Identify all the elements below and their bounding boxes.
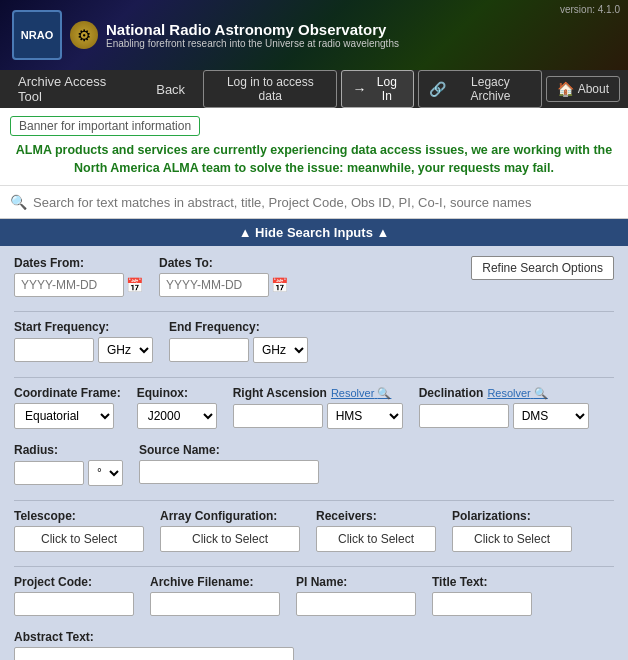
polarizations-select-button[interactable]: Click to Select <box>452 526 572 552</box>
receivers-select-button[interactable]: Click to Select <box>316 526 436 552</box>
home-icon: 🏠 <box>557 81 574 97</box>
end-freq-unit-select[interactable]: GHzMHzTHz <box>253 337 308 363</box>
ra-input[interactable] <box>233 404 323 428</box>
abstract-text-label: Abstract Text: <box>14 630 294 644</box>
search-icon-dec: 🔍 <box>534 387 548 399</box>
search-input[interactable] <box>33 195 618 210</box>
source-name-label: Source Name: <box>139 443 319 457</box>
dates-to-input[interactable] <box>159 273 269 297</box>
frequency-row: Start Frequency: GHzMHzTHz End Frequency… <box>14 320 614 363</box>
dec-label-row: Declination Resolver 🔍 <box>419 386 589 400</box>
project-code-input[interactable] <box>14 592 134 616</box>
coord-frame-select[interactable]: Equatorial Galactic Ecliptic <box>14 403 114 429</box>
calendar-icon-from[interactable]: 📅 <box>126 277 143 293</box>
end-freq-input-wrapper: GHzMHzTHz <box>169 337 308 363</box>
login-button[interactable]: → Log In <box>341 70 414 108</box>
source-name-input[interactable] <box>139 460 319 484</box>
navbar: Archive Access Tool Back Log in to acces… <box>0 70 628 108</box>
radius-unit-select[interactable]: °'" <box>88 460 123 486</box>
receivers-group: Receivers: Click to Select <box>316 509 436 552</box>
version-badge: version: 4.1.0 <box>560 4 620 15</box>
observatory-name: National Radio Astronomy Observatory <box>106 21 399 38</box>
pi-name-input[interactable] <box>296 592 416 616</box>
archive-filename-input[interactable] <box>150 592 280 616</box>
login-to-data-button[interactable]: Log in to access data <box>203 70 337 108</box>
coord-frame-label: Coordinate Frame: <box>14 386 121 400</box>
dates-from-input-wrapper: 📅 <box>14 273 143 297</box>
banner-message: ALMA products and services are currently… <box>10 142 618 177</box>
dates-from-input[interactable] <box>14 273 124 297</box>
end-freq-label: End Frequency: <box>169 320 308 334</box>
ra-unit-select[interactable]: HMSDegrees <box>327 403 403 429</box>
array-config-label: Array Configuration: <box>160 509 300 523</box>
equinox-select[interactable]: J2000 B1950 <box>137 403 217 429</box>
legacy-archive-button[interactable]: 🔗 Legacy Archive <box>418 70 541 108</box>
archive-filename-group: Archive Filename: <box>150 575 280 616</box>
dec-group: Declination Resolver 🔍 DMSDegrees <box>419 386 589 429</box>
radius-label: Radius: <box>14 443 123 457</box>
dec-unit-select[interactable]: DMSDegrees <box>513 403 589 429</box>
start-freq-unit-select[interactable]: GHzMHzTHz <box>98 337 153 363</box>
dec-label: Declination <box>419 386 484 400</box>
title-text-input[interactable] <box>432 592 532 616</box>
telescope-select-button[interactable]: Click to Select <box>14 526 144 552</box>
login-icon: → <box>352 81 366 97</box>
ra-resolver-link[interactable]: Resolver 🔍 <box>331 387 391 400</box>
ra-group: Right Ascension Resolver 🔍 HMSDegrees <box>233 386 403 429</box>
about-button[interactable]: 🏠 About <box>546 76 620 102</box>
coord-frame-group: Coordinate Frame: Equatorial Galactic Ec… <box>14 386 121 429</box>
pi-name-label: PI Name: <box>296 575 416 589</box>
pi-name-group: PI Name: <box>296 575 416 616</box>
header-text: National Radio Astronomy Observatory Ena… <box>106 21 399 49</box>
abstract-text-input[interactable] <box>14 647 294 660</box>
logo-area: NRAO ⚙ National Radio Astronomy Observat… <box>12 10 399 60</box>
link-icon: 🔗 <box>429 81 446 97</box>
hide-search-toggle[interactable]: ▲ Hide Search Inputs ▲ <box>0 219 628 246</box>
telescope-row: Telescope: Click to Select Array Configu… <box>14 509 614 552</box>
project-code-group: Project Code: <box>14 575 134 616</box>
array-config-group: Array Configuration: Click to Select <box>160 509 300 552</box>
calendar-icon-to[interactable]: 📅 <box>271 277 288 293</box>
start-freq-input[interactable] <box>14 338 94 362</box>
dec-resolver-link[interactable]: Resolver 🔍 <box>487 387 547 400</box>
end-freq-input[interactable] <box>169 338 249 362</box>
back-link[interactable]: Back <box>146 74 195 105</box>
start-freq-input-wrapper: GHzMHzTHz <box>14 337 153 363</box>
polarizations-label: Polarizations: <box>452 509 572 523</box>
array-config-select-button[interactable]: Click to Select <box>160 526 300 552</box>
nrao-logo: NRAO <box>12 10 62 60</box>
refine-wrapper: Refine Search Options <box>304 256 614 280</box>
title-text-label: Title Text: <box>432 575 532 589</box>
title-text-group: Title Text: <box>432 575 532 616</box>
equinox-group: Equinox: J2000 B1950 <box>137 386 217 429</box>
archive-access-link[interactable]: Archive Access Tool <box>8 66 142 112</box>
ra-input-wrapper: HMSDegrees <box>233 403 403 429</box>
search-icon: 🔍 <box>10 194 27 210</box>
divider-3 <box>14 500 614 501</box>
start-freq-label: Start Frequency: <box>14 320 153 334</box>
radius-input[interactable] <box>14 461 84 485</box>
refine-search-button[interactable]: Refine Search Options <box>471 256 614 280</box>
gear-logo: ⚙ <box>70 21 98 49</box>
dates-to-group: Dates To: 📅 <box>159 256 288 297</box>
banner-label: Banner for important information <box>10 116 200 136</box>
radius-input-wrapper: °'" <box>14 460 123 486</box>
header: version: 4.1.0 NRAO ⚙ National Radio Ast… <box>0 0 628 70</box>
telescope-group: Telescope: Click to Select <box>14 509 144 552</box>
receivers-label: Receivers: <box>316 509 436 523</box>
coord-row: Coordinate Frame: Equatorial Galactic Ec… <box>14 386 614 429</box>
polarizations-group: Polarizations: Click to Select <box>452 509 572 552</box>
equinox-label: Equinox: <box>137 386 217 400</box>
end-freq-group: End Frequency: GHzMHzTHz <box>169 320 308 363</box>
search-panel: ▲ Hide Search Inputs ▲ Dates From: 📅 Dat… <box>0 219 628 660</box>
ra-label-row: Right Ascension Resolver 🔍 <box>233 386 403 400</box>
dates-from-group: Dates From: 📅 <box>14 256 143 297</box>
search-bar: 🔍 <box>0 186 628 219</box>
project-code-label: Project Code: <box>14 575 134 589</box>
dec-input[interactable] <box>419 404 509 428</box>
dates-from-label: Dates From: <box>14 256 143 270</box>
divider-4 <box>14 566 614 567</box>
abstract-row: Abstract Text: <box>14 630 614 660</box>
archive-filename-label: Archive Filename: <box>150 575 280 589</box>
search-icon-ra: 🔍 <box>377 387 391 399</box>
